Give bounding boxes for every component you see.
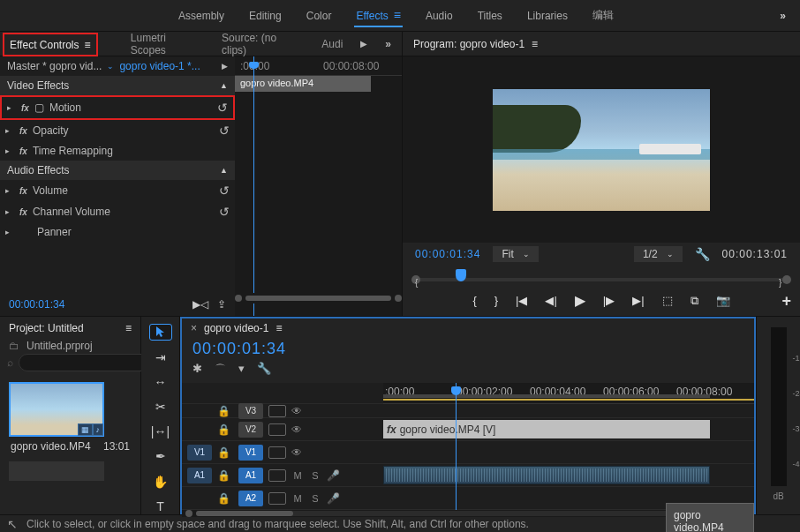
reset-icon[interactable]: ↺: [219, 184, 230, 198]
mute-button[interactable]: M: [291, 493, 304, 504]
razor-tool[interactable]: ✂: [149, 399, 172, 415]
effect-controls-tab[interactable]: Effect Controls ≡: [3, 33, 98, 56]
timeline-timecode[interactable]: 00:00:01:34: [182, 338, 754, 362]
solo-button[interactable]: S: [309, 493, 321, 504]
sync-lock-icon[interactable]: [268, 446, 286, 459]
ripple-edit-tool[interactable]: ↔: [149, 374, 172, 390]
sync-lock-icon[interactable]: [268, 423, 286, 436]
fx-badge-icon[interactable]: fx: [21, 103, 29, 113]
hamburger-icon[interactable]: ≡: [125, 322, 132, 334]
track-target-a1[interactable]: A1: [238, 468, 263, 483]
go-to-in-icon[interactable]: |◀: [516, 294, 527, 307]
track-header-v1[interactable]: V1 🔒 V1 👁: [182, 441, 383, 464]
reset-icon[interactable]: ↺: [219, 205, 230, 219]
twirl-icon[interactable]: ▸: [5, 146, 14, 155]
voice-over-icon[interactable]: 🎤: [327, 492, 343, 505]
eye-icon[interactable]: 👁: [291, 423, 307, 436]
hamburger-icon[interactable]: ≡: [390, 8, 401, 22]
sequence-clip-label[interactable]: gopro video-1 *...: [119, 60, 200, 72]
audio-effects-header[interactable]: Audio Effects ▲: [0, 161, 235, 180]
timeline-ruler[interactable]: :00:00 00:00:02:00 00:00:04:00 00:00:06:…: [383, 383, 754, 404]
project-item-thumbnail[interactable]: ▦♪: [9, 382, 104, 437]
source-patch-v1[interactable]: V1: [187, 445, 212, 461]
lock-icon[interactable]: 🔒: [217, 492, 233, 505]
workspace-audio[interactable]: Audio: [424, 6, 455, 26]
eye-icon[interactable]: 👁: [291, 446, 307, 459]
effect-controls-ruler[interactable]: :00:00 00:00:08:00: [235, 56, 402, 76]
program-monitor-viewport[interactable]: [403, 56, 800, 243]
fx-badge-icon[interactable]: fx: [19, 186, 27, 196]
workspace-editing[interactable]: Editing: [247, 6, 283, 26]
effect-opacity[interactable]: ▸ fx Opacity ↺: [0, 120, 235, 141]
track-target-v1[interactable]: V1: [238, 445, 263, 461]
effect-time-remapping[interactable]: ▸ fx Time Remapping: [0, 141, 235, 161]
track-target-v3[interactable]: V3: [238, 403, 263, 419]
linked-selection-icon[interactable]: ⌒: [215, 362, 226, 378]
track-select-tool[interactable]: ⇥: [149, 349, 172, 365]
workspace-custom[interactable]: 编辑: [591, 4, 615, 26]
fx-badge-icon[interactable]: fx: [19, 146, 27, 156]
source-monitor-tab[interactable]: Source: (no clips): [222, 32, 304, 56]
step-back-icon[interactable]: ◀|: [545, 294, 556, 307]
lumetri-scopes-tab[interactable]: Lumetri Scopes: [131, 32, 204, 56]
sync-lock-icon[interactable]: [268, 469, 286, 482]
fx-badge-icon[interactable]: fx: [19, 126, 27, 136]
track-target-v2[interactable]: V2: [238, 422, 263, 438]
go-to-out-icon[interactable]: ▶|: [632, 294, 644, 307]
workspace-assembly[interactable]: Assembly: [177, 6, 226, 26]
pen-tool[interactable]: ✒: [149, 448, 172, 464]
track-target-a2[interactable]: A2: [238, 491, 263, 506]
lift-icon[interactable]: ⬚: [662, 294, 673, 307]
close-sequence-icon[interactable]: ×: [191, 322, 197, 334]
video-clip[interactable]: fxgopro video.MP4 [V]: [383, 420, 710, 438]
mute-button[interactable]: M: [291, 470, 304, 481]
timeline-settings-icon[interactable]: 🔧: [257, 362, 271, 378]
extract-icon[interactable]: ⧉: [691, 294, 698, 308]
tab-scroll-right-icon[interactable]: ▶: [360, 39, 367, 49]
selection-tool[interactable]: [149, 324, 172, 341]
effect-controls-clip-bar[interactable]: gopro video.MP4: [235, 76, 371, 92]
track-lane-a1[interactable]: [383, 464, 754, 487]
lock-icon[interactable]: 🔒: [217, 446, 233, 459]
track-header-v2[interactable]: 🔒 V2 👁: [182, 418, 383, 441]
master-clip-label[interactable]: Master * gopro vid...: [7, 60, 102, 72]
twirl-icon[interactable]: ▸: [7, 103, 16, 112]
slip-tool[interactable]: |↔|: [149, 423, 172, 439]
reset-icon[interactable]: ↺: [217, 101, 228, 115]
snap-icon[interactable]: ✱: [192, 362, 202, 378]
hand-tool[interactable]: ✋: [149, 474, 172, 490]
panel-overflow[interactable]: »: [385, 38, 393, 50]
hamburger-icon[interactable]: ≡: [275, 322, 282, 334]
sequence-tab[interactable]: gopro video-1: [204, 322, 268, 334]
add-marker-icon[interactable]: ▾: [238, 362, 245, 378]
mark-out-icon[interactable]: }: [494, 294, 498, 307]
hamburger-icon[interactable]: ≡: [84, 39, 90, 51]
video-effects-header[interactable]: Video Effects ▲: [0, 76, 235, 95]
project-item-thumbnail[interactable]: [9, 461, 104, 481]
audio-clip[interactable]: [383, 466, 710, 484]
lock-icon[interactable]: 🔒: [217, 469, 233, 482]
twirl-icon[interactable]: ▸: [5, 228, 14, 236]
program-scrubber[interactable]: { }: [415, 269, 788, 285]
lock-icon[interactable]: 🔒: [217, 423, 233, 436]
hamburger-icon[interactable]: ≡: [532, 38, 538, 50]
voice-over-icon[interactable]: 🎤: [327, 469, 343, 482]
workspace-libraries[interactable]: Libraries: [525, 6, 570, 26]
audio-tab-truncated[interactable]: Audi: [321, 38, 343, 50]
solo-button[interactable]: S: [309, 470, 321, 481]
settings-wrench-icon[interactable]: 🔧: [695, 247, 710, 261]
playhead[interactable]: [456, 269, 466, 281]
twirl-icon[interactable]: ▸: [5, 126, 14, 135]
track-lane-v3[interactable]: [383, 404, 754, 418]
eye-icon[interactable]: 👁: [291, 405, 307, 417]
workspace-titles[interactable]: Titles: [476, 6, 504, 26]
export-frame-icon[interactable]: 📷: [716, 294, 730, 307]
playhead[interactable]: [253, 56, 254, 316]
project-item-name[interactable]: gopro video.MP4: [11, 440, 91, 453]
effect-motion[interactable]: ▸ fx ▢ Motion ↺: [0, 95, 235, 120]
workspace-overflow[interactable]: »: [780, 10, 788, 22]
effect-volume[interactable]: ▸ fx Volume ↺: [0, 180, 235, 201]
track-header-v3[interactable]: 🔒 V3 👁: [182, 404, 383, 418]
timeline-tracks-area[interactable]: :00:00 00:00:02:00 00:00:04:00 00:00:06:…: [383, 383, 754, 510]
track-lane-v2[interactable]: fxgopro video.MP4 [V]: [383, 418, 754, 441]
